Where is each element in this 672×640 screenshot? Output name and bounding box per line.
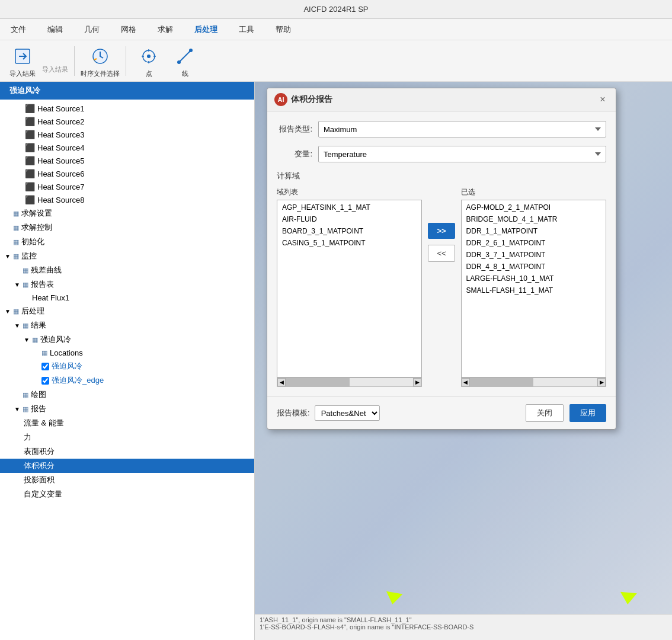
toolbar-point[interactable] <box>132 43 165 69</box>
grid-icon-sc: ▦ <box>13 224 19 232</box>
tree-heat-source7[interactable]: ⬛ Heat Source7 <box>0 180 254 193</box>
toolbar-timeseq[interactable] <box>84 43 117 69</box>
tree-force[interactable]: 力 <box>0 430 254 444</box>
tree-custom-var[interactable]: 自定义变量 <box>0 487 254 501</box>
domain-item-0[interactable]: AGP_HEATSINK_1_1_MAT <box>277 201 421 213</box>
sidebar: 强迫风冷 ⬛ Heat Source1 ⬛ Heat Source2 ⬛ Hea… <box>0 82 255 640</box>
domain-item-2[interactable]: BOARD_3_1_MATPOINT <box>277 225 421 237</box>
tree-residual[interactable]: ▦ 残差曲线 <box>0 263 254 277</box>
selected-list-hscroll[interactable]: ◀ ▶ <box>461 377 606 387</box>
cube-icon-hs6: ⬛ <box>25 169 35 178</box>
tree-heat-source4[interactable]: ⬛ Heat Source4 <box>0 141 254 154</box>
title-bar: AICFD 2024R1 SP <box>0 0 672 19</box>
variable-select[interactable]: Temperature <box>318 146 606 162</box>
cube-icon-hs2: ⬛ <box>25 117 35 126</box>
tree-label-results: 结果 <box>31 320 46 331</box>
report-template-select[interactable]: Patches&Net <box>315 405 380 421</box>
menu-help[interactable]: 帮助 <box>271 22 296 37</box>
sel-hscroll-left-btn[interactable]: ◀ <box>462 378 470 386</box>
domain-list[interactable]: AGP_HEATSINK_1_1_MAT AIR-FLUID BOARD_3_1… <box>277 200 422 377</box>
tree-heat-source6[interactable]: ⬛ Heat Source6 <box>0 167 254 180</box>
move-right-button[interactable]: >> <box>428 223 455 239</box>
report-type-select[interactable]: Maximum <box>318 121 606 137</box>
compute-domain-title: 计算域 <box>277 171 606 181</box>
selected-item-0[interactable]: AGP-MOLD_2_1_MATPOI <box>462 201 606 213</box>
cube-icon-hs1: ⬛ <box>25 104 35 113</box>
tree-report-table[interactable]: ▼ ▦ 报告表 <box>0 277 254 292</box>
tree-heat-source5[interactable]: ⬛ Heat Source5 <box>0 154 254 167</box>
folder-icon-rpt: ▦ <box>23 405 28 413</box>
menu-tools[interactable]: 工具 <box>234 22 259 37</box>
tree-checkbox-fci2[interactable] <box>41 377 49 385</box>
tree-init[interactable]: ▦ 初始化 <box>0 235 254 249</box>
status-line1: 1'ASH_11_1", origin name is "SMALL-FLASH… <box>260 616 667 623</box>
tree-report[interactable]: ▼ ▦ 报告 <box>0 402 254 416</box>
tree-postprocess[interactable]: ▼ ▦ 后处理 <box>0 304 254 318</box>
title-text: AICFD 2024R1 SP <box>303 5 368 14</box>
sidebar-active-tab[interactable]: 强迫风冷 <box>0 82 254 100</box>
selected-item-3[interactable]: DDR_2_6_1_MATPOINT <box>462 237 606 249</box>
tree-label-hs5: Heat Source5 <box>37 156 85 165</box>
cursor-arrow-2 <box>619 592 637 605</box>
selected-item-2[interactable]: DDR_1_1_MATPOINT <box>462 225 606 237</box>
selected-list[interactable]: AGP-MOLD_2_1_MATPOI BRIDGE_MOLD_4_1_MATR… <box>461 200 606 377</box>
move-left-button[interactable]: << <box>428 245 455 262</box>
svg-point-10 <box>189 49 193 52</box>
menu-edit[interactable]: 编辑 <box>43 22 68 37</box>
tree-heat-source8[interactable]: ⬛ Heat Source8 <box>0 193 254 206</box>
menu-geometry[interactable]: 几何 <box>79 22 104 37</box>
selected-item-7[interactable]: SMALL-FLASH_11_1_MAT <box>462 284 606 296</box>
tree-monitor[interactable]: ▼ ▦ 监控 <box>0 249 254 263</box>
grid-icon-ss: ▦ <box>13 210 19 217</box>
svg-line-8 <box>179 50 191 62</box>
menu-postprocess[interactable]: 后处理 <box>190 22 222 37</box>
tree-area: ⬛ Heat Source1 ⬛ Heat Source2 ⬛ Heat Sou… <box>0 100 254 640</box>
domain-item-1[interactable]: AIR-FLUID <box>277 213 421 225</box>
menu-solve[interactable]: 求解 <box>153 22 178 37</box>
tree-heat-source1[interactable]: ⬛ Heat Source1 <box>0 102 254 115</box>
toolbar-line[interactable] <box>168 43 201 69</box>
hscroll-left-btn[interactable]: ◀ <box>277 378 286 386</box>
tree-forced-cooling-item2[interactable]: 强迫风冷_edge <box>0 373 254 388</box>
tree-solve-settings[interactable]: ▦ 求解设置 <box>0 206 254 220</box>
tree-forced-cooling-item1[interactable]: 强迫风冷 <box>0 359 254 373</box>
menu-mesh[interactable]: 网格 <box>116 22 141 37</box>
close-dialog-button[interactable]: 关闭 <box>526 404 564 422</box>
tree-arrow-mon: ▼ <box>5 253 13 260</box>
tree-heat-source2[interactable]: ⬛ Heat Source2 <box>0 115 254 128</box>
hscroll-track <box>286 378 413 386</box>
domain-list-hscroll[interactable]: ◀ ▶ <box>277 377 422 387</box>
hscroll-right-btn[interactable]: ▶ <box>413 378 421 386</box>
tree-heatflux1[interactable]: Heat Flux1 <box>0 292 254 304</box>
toolbar-point-label: 点 <box>146 69 152 78</box>
selected-item-4[interactable]: DDR_3_7_1_MATPOINT <box>462 249 606 261</box>
tree-label-custom: 自定义变量 <box>24 489 62 500</box>
menu-bar: 文件 编辑 几何 网格 求解 后处理 工具 帮助 <box>0 19 672 40</box>
toolbar-import[interactable] <box>6 43 39 69</box>
footer-right: 关闭 应用 <box>526 404 606 422</box>
main-content: 强迫风冷 ⬛ Heat Source1 ⬛ Heat Source2 ⬛ Hea… <box>0 82 672 640</box>
selected-item-5[interactable]: DDR_4_8_1_MATPOINT <box>462 261 606 273</box>
tree-results[interactable]: ▼ ▦ 结果 <box>0 318 254 332</box>
sel-hscroll-right-btn[interactable]: ▶ <box>597 378 606 386</box>
selected-item-1[interactable]: BRIDGE_MOLD_4_1_MATR <box>462 213 606 225</box>
tree-drawing[interactable]: ▦ 绘图 <box>0 388 254 402</box>
menu-file[interactable]: 文件 <box>6 22 31 37</box>
tree-checkbox-fci1[interactable] <box>41 363 49 370</box>
tree-label-pp: 后处理 <box>21 306 44 316</box>
tree-locations[interactable]: ▦ Locations <box>0 347 254 359</box>
domain-section: 域列表 AGP_HEATSINK_1_1_MAT AIR-FLUID BOARD… <box>277 187 606 387</box>
domain-item-3[interactable]: CASING_5_1_MATPOINT <box>277 237 421 249</box>
apply-button[interactable]: 应用 <box>569 404 606 422</box>
tree-heat-source3[interactable]: ⬛ Heat Source3 <box>0 128 254 141</box>
tree-surface-integral[interactable]: 表面积分 <box>0 444 254 459</box>
tree-volume-integral[interactable]: 体积积分 <box>0 459 254 473</box>
selected-item-6[interactable]: LARGE-FLASH_10_1_MAT <box>462 273 606 284</box>
domain-list-label: 域列表 <box>277 187 422 197</box>
tree-forced-cooling[interactable]: ▼ ▦ 强迫风冷 <box>0 332 254 347</box>
tree-flow-energy[interactable]: 流量 & 能量 <box>0 416 254 430</box>
tree-solve-control[interactable]: ▦ 求解控制 <box>0 220 254 235</box>
dialog-close-button[interactable]: × <box>597 94 609 105</box>
tree-projection-area[interactable]: 投影面积 <box>0 473 254 487</box>
tree-label-sc: 求解控制 <box>21 222 52 233</box>
